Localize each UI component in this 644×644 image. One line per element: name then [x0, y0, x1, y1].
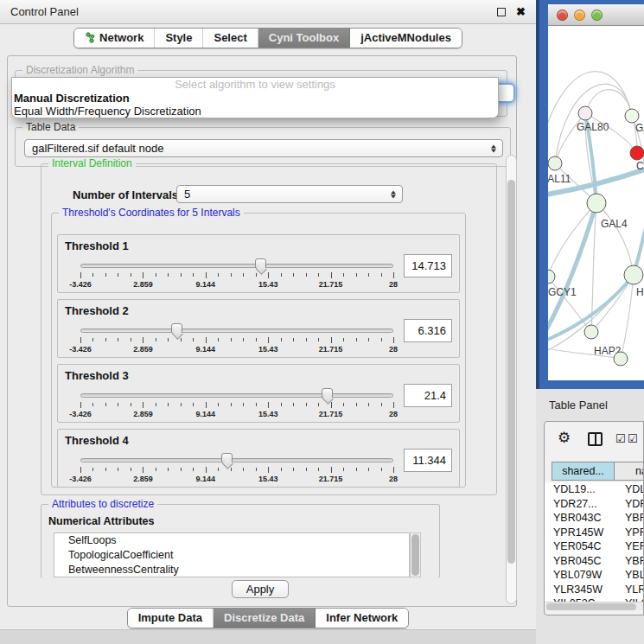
attribute-item[interactable]: TopologicalCoefficient	[54, 548, 409, 563]
split-columns-icon[interactable]	[588, 432, 603, 446]
tab-select[interactable]: Select	[203, 29, 258, 48]
threshold-1-slider[interactable]: -3.4262.8599.14415.4321.71528	[80, 258, 393, 291]
slider-thumb[interactable]	[255, 258, 266, 269]
attributes-list-scrollbar[interactable]	[410, 532, 421, 577]
table-cell[interactable]: YDL19...	[552, 482, 616, 497]
table-cell[interactable]: YBR0	[616, 554, 644, 569]
threshold-value-field[interactable]: 6.316	[404, 319, 452, 342]
tab-discretize-data[interactable]: Discretize Data	[214, 609, 316, 628]
table-row[interactable]: YLR345WYLR3	[545, 583, 644, 597]
group-title: Interval Definition	[48, 157, 136, 169]
attribute-item[interactable]: BetweennessCentrality	[54, 563, 409, 577]
network-canvas[interactable]: GAL80GACGAL11GAL4GCY1HHAP2	[548, 26, 644, 380]
slider-tick-label: 21.715	[319, 475, 343, 483]
table-row[interactable]: YBR045CYBR0	[545, 554, 644, 569]
close-traffic-light-icon[interactable]	[557, 10, 568, 21]
table-cell[interactable]: YDL1	[616, 482, 644, 497]
slider-tick	[143, 402, 143, 408]
table-row[interactable]: YDR27...YDR2	[545, 497, 644, 512]
checkbox-checked-icon[interactable]: ☑	[615, 432, 626, 445]
network-edge[interactable]	[632, 116, 644, 275]
network-node-label: GAL80	[577, 121, 609, 133]
network-view-frame[interactable]: GAL80GACGAL11GAL4GCY1HHAP2	[536, 0, 644, 389]
tab-network[interactable]: Network	[74, 29, 155, 48]
slider-track[interactable]	[80, 458, 393, 462]
network-node[interactable]	[587, 194, 606, 213]
network-node[interactable]	[548, 156, 562, 170]
slider-track[interactable]	[80, 264, 393, 268]
network-node[interactable]	[548, 270, 555, 284]
zoom-traffic-light-icon[interactable]	[591, 10, 603, 21]
table-row[interactable]: YPR145WYPR1	[545, 526, 644, 540]
network-node[interactable]	[624, 265, 643, 284]
table-cell[interactable]: YBL0	[616, 568, 644, 583]
scrollbar-thumb[interactable]	[507, 180, 515, 564]
tab-style[interactable]: Style	[155, 29, 203, 48]
table-cell[interactable]: YLR345W	[552, 583, 616, 597]
slider-tick	[181, 468, 182, 471]
tab-label: Network	[99, 31, 143, 44]
table-cell[interactable]: YDR2	[616, 497, 644, 512]
scrollbar-thumb[interactable]	[411, 534, 419, 576]
table-cell[interactable]: YBR0	[616, 511, 644, 526]
minimize-traffic-light-icon[interactable]	[574, 10, 585, 21]
table-cell[interactable]: YPR145W	[552, 526, 616, 540]
attribute-item[interactable]: SelfLoops	[54, 533, 409, 548]
apply-button[interactable]: Apply	[232, 580, 289, 598]
threshold-2-slider[interactable]: -3.4262.8599.14415.4321.71528	[80, 323, 393, 356]
table-row[interactable]: YBL079WYBL0	[545, 568, 644, 583]
slider-tick	[206, 467, 207, 473]
slider-tick-labels: -3.4262.8599.14415.4321.71528	[80, 345, 393, 355]
network-node[interactable]	[578, 106, 592, 120]
slider-tick-label: -3.426	[69, 475, 92, 483]
close-icon[interactable]: ✖	[516, 6, 526, 17]
slider-thumb[interactable]	[171, 323, 182, 334]
scrollbar-thumb[interactable]	[546, 603, 636, 610]
column-header-shared[interactable]: shared...	[552, 462, 615, 481]
slider-thumb[interactable]	[322, 388, 333, 399]
gear-icon[interactable]: ⚙	[558, 429, 571, 447]
column-header-name[interactable]: na	[615, 462, 644, 481]
slider-tick-label: 15.43	[258, 475, 278, 483]
network-edge[interactable]	[634, 207, 644, 275]
slider-track[interactable]	[80, 328, 393, 333]
tab-impute-data[interactable]: Impute Data	[128, 609, 214, 628]
network-edge[interactable]	[548, 203, 596, 277]
network-edge[interactable]	[596, 203, 634, 275]
table-cell[interactable]: YER054C	[552, 539, 616, 554]
tab-cyni-toolbox[interactable]: Cyni Toolbox	[258, 29, 350, 48]
table-cell[interactable]: YBL079W	[552, 568, 616, 583]
dropdown-option-equal-width[interactable]: Equal Width/Frequency Discretization	[12, 105, 498, 118]
table-horizontal-scrollbar[interactable]	[545, 602, 643, 610]
table-cell[interactable]: YDR27...	[552, 497, 616, 512]
settings-vertical-scrollbar[interactable]	[506, 155, 517, 604]
table-row[interactable]: YER054CYER0	[545, 539, 644, 554]
threshold-value-field[interactable]: 11.344	[404, 449, 452, 472]
checkbox-checked-icon[interactable]: ☑	[628, 432, 638, 445]
network-node[interactable]	[584, 325, 598, 339]
threshold-3-slider[interactable]: -3.4262.8599.14415.4321.71528	[80, 388, 393, 421]
table-cell[interactable]: YLR3	[616, 583, 644, 597]
tab-jactivemnodules[interactable]: jActiveMNodules	[350, 29, 462, 48]
table-cell[interactable]: YBR043C	[552, 511, 616, 526]
table-cell[interactable]: YER0	[616, 539, 644, 554]
tab-infer-network[interactable]: Infer Network	[316, 609, 408, 628]
table-row[interactable]: YBR043CYBR0	[545, 511, 644, 526]
float-window-icon[interactable]	[497, 8, 506, 16]
dropdown-option-manual[interactable]: Manual Discretization	[12, 92, 498, 105]
threshold-value-field[interactable]: 21.4	[404, 384, 452, 407]
threshold-4-slider[interactable]: -3.4262.8599.14415.4321.71528	[80, 453, 393, 486]
slider-tick-label: 21.715	[319, 280, 343, 289]
network-node[interactable]	[614, 352, 628, 366]
numerical-attributes-list[interactable]: SelfLoopsTopologicalCoefficientBetweenne…	[54, 532, 410, 577]
network-graph[interactable]: GAL80GACGAL11GAL4GCY1HHAP2	[548, 26, 644, 380]
network-node[interactable]	[630, 146, 644, 160]
network-node[interactable]	[625, 109, 639, 123]
slider-thumb[interactable]	[221, 453, 233, 463]
table-cell[interactable]: YBR045C	[552, 554, 616, 569]
slider-track[interactable]	[80, 393, 393, 398]
table-row[interactable]: YDL19...YDL1	[545, 482, 644, 497]
threshold-value-field[interactable]: 14.713	[404, 254, 452, 277]
table-cell[interactable]: YPR1	[616, 526, 644, 540]
number-of-intervals-combobox[interactable]: 5	[176, 185, 403, 203]
